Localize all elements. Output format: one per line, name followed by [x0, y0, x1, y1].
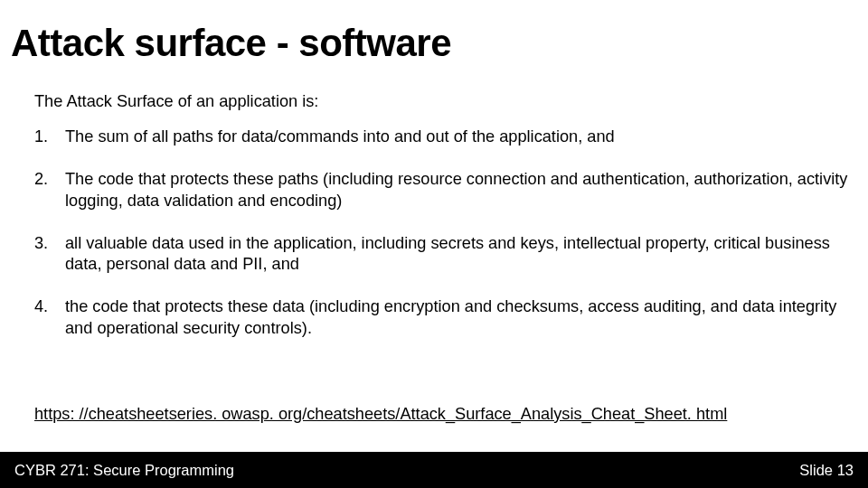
slide: Attack surface - software The Attack Sur…	[0, 0, 868, 488]
list-item: 2. The code that protects these paths (i…	[34, 169, 848, 211]
item-number: 4.	[34, 296, 65, 339]
item-text: The sum of all paths for data/commands i…	[65, 127, 848, 147]
list-item: 3. all valuable data used in the applica…	[34, 233, 848, 276]
intro-text: The Attack Surface of an application is:	[34, 92, 318, 111]
reference-link[interactable]: https: //cheatsheetseries. owasp. org/ch…	[34, 405, 727, 424]
definition-list: 1. The sum of all paths for data/command…	[34, 127, 848, 361]
item-number: 2.	[34, 169, 65, 211]
item-text: the code that protects these data (inclu…	[65, 296, 848, 339]
item-text: all valuable data used in the applicatio…	[65, 233, 848, 276]
course-label: CYBR 271: Secure Programming	[14, 462, 234, 479]
slide-title: Attack surface - software	[11, 22, 451, 65]
slide-number: Slide 13	[799, 462, 854, 479]
item-number: 1.	[34, 127, 65, 147]
list-item: 1. The sum of all paths for data/command…	[34, 127, 848, 147]
item-number: 3.	[34, 233, 65, 276]
item-text: The code that protects these paths (incl…	[65, 169, 848, 211]
footer-bar: CYBR 271: Secure Programming Slide 13	[0, 452, 868, 488]
list-item: 4. the code that protects these data (in…	[34, 296, 848, 339]
